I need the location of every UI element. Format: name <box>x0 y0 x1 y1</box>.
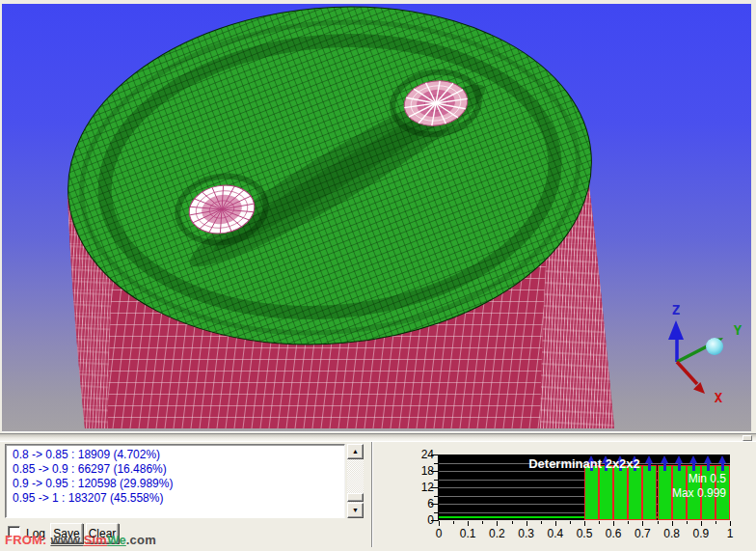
y-tick-label: 18 <box>407 464 434 478</box>
x-tick-label: 0.1 <box>455 527 480 540</box>
x-tick <box>730 521 731 526</box>
3d-viewport[interactable]: Z Y X <box>2 4 751 432</box>
x-tick-label: 0.5 <box>572 527 597 540</box>
x-tick <box>526 521 527 526</box>
scroll-down-button[interactable]: ▼ <box>347 503 364 518</box>
log-output[interactable]: 0.8 -> 0.85 : 18909 (4.702%)0.85 -> 0.9 … <box>5 444 345 518</box>
log-line: 0.85 -> 0.9 : 66297 (16.486%) <box>13 462 344 477</box>
x-tick <box>482 521 483 524</box>
x-tick <box>453 521 454 524</box>
x-tick-label: 0.3 <box>514 527 539 540</box>
x-tick <box>716 521 716 524</box>
x-tick <box>497 521 498 526</box>
x-tick-label: 1 <box>717 527 742 540</box>
log-line: 0.9 -> 0.95 : 120598 (29.989%) <box>13 477 344 491</box>
x-tick <box>687 521 688 524</box>
y-minor-tick <box>434 480 438 481</box>
y-tick <box>431 487 438 488</box>
log-line: 0.8 -> 0.85 : 18909 (4.702%) <box>13 448 344 462</box>
mesh-scene: Z Y X <box>2 4 751 432</box>
x-tick <box>642 521 643 526</box>
scroll-up-button[interactable]: ▲ <box>347 444 364 459</box>
y-tick-label: 12 <box>407 481 434 494</box>
x-tick-label: 0.9 <box>688 527 714 540</box>
x-tick-label: 0 <box>426 527 451 540</box>
x-tick-label: 0.8 <box>660 527 685 540</box>
x-tick <box>599 521 600 524</box>
log-line: 0.95 -> 1 : 183207 (45.558%) <box>13 491 344 506</box>
x-tick-label: 0.2 <box>484 527 509 540</box>
y-tick <box>431 455 438 455</box>
x-tick <box>584 521 585 526</box>
x-tick <box>468 521 469 526</box>
x-tick <box>512 521 513 524</box>
x-tick-label: 0.6 <box>601 527 626 540</box>
horizontal-splitter[interactable] <box>0 433 756 442</box>
y-minor-tick <box>434 496 438 497</box>
scrollbar-thumb[interactable] <box>347 493 364 502</box>
y-tick-label: 0 <box>407 513 434 527</box>
y-tick-label: 6 <box>407 497 434 510</box>
splitter-grip[interactable] <box>742 435 752 441</box>
y-tick <box>431 504 438 505</box>
x-tick <box>541 521 542 524</box>
x-tick <box>439 521 440 526</box>
y-axis-label: Y <box>734 322 742 338</box>
log-scrollbar[interactable]: ▲ ▼ <box>347 444 364 518</box>
save-button[interactable]: Save <box>50 523 83 543</box>
x-tick <box>628 521 629 524</box>
histogram-max-annotation: Max 0.999 <box>439 486 726 500</box>
x-tick <box>658 521 659 524</box>
histogram-min-annotation: Min 0.5 <box>439 472 726 485</box>
watermark-segment: .com <box>126 533 156 547</box>
scroll-up-icon: ▲ <box>352 448 359 455</box>
scroll-down-icon: ▼ <box>352 507 359 513</box>
x-tick <box>672 521 673 526</box>
clear-button[interactable]: Clear <box>86 523 119 543</box>
x-tick <box>613 521 614 526</box>
y-tick <box>431 471 438 472</box>
log-checkbox[interactable] <box>8 526 20 538</box>
vertical-separator <box>371 442 373 547</box>
y-minor-tick <box>434 512 438 513</box>
y-tick-label: 24 <box>407 448 434 461</box>
log-checkbox-label: Log <box>26 527 45 540</box>
x-axis-label: X <box>715 390 723 405</box>
z-axis-label: Z <box>672 302 680 317</box>
x-tick-label: 0.4 <box>543 527 568 540</box>
y-tick <box>431 520 438 521</box>
y-minor-tick <box>434 463 438 464</box>
histogram-title: Determinant 2x2x2 <box>439 456 730 471</box>
x-tick-label: 0.7 <box>630 527 655 540</box>
quality-histogram[interactable]: Determinant 2x2x2 Min 0.5 Max 0.999 0612… <box>405 442 756 550</box>
x-tick <box>555 521 556 526</box>
y-axis-node-sphere-icon <box>706 338 723 355</box>
x-tick <box>570 521 571 524</box>
x-tick <box>701 521 702 526</box>
